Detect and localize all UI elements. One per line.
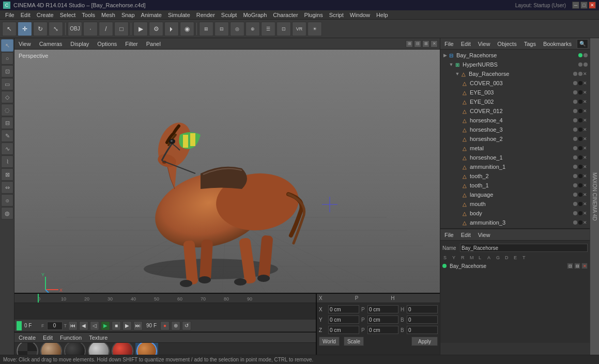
- menu-create[interactable]: Create: [34, 11, 57, 19]
- tree-item-horseshoe-2[interactable]: △ horseshoe_2 ✕: [440, 134, 590, 144]
- obj-menu-file[interactable]: File: [442, 40, 456, 48]
- vp-menu-options[interactable]: Options: [95, 40, 119, 48]
- tool-poly-select[interactable]: ◇: [1, 91, 13, 103]
- menu-animate[interactable]: Animate: [138, 11, 165, 19]
- autokey-button[interactable]: ⊕: [171, 321, 180, 330]
- coord-b2-input[interactable]: [407, 326, 438, 334]
- mat-menu-texture[interactable]: Texture: [87, 334, 110, 341]
- material-horseshoe[interactable]: horsesh: [64, 343, 86, 355]
- toolbar-b1[interactable]: ⊞: [199, 22, 213, 36]
- coord-py-input[interactable]: [367, 315, 398, 324]
- toolbar-b6[interactable]: ⊡: [277, 22, 291, 36]
- menu-mesh[interactable]: Mesh: [98, 11, 118, 19]
- coord-z-input[interactable]: [328, 326, 359, 334]
- tree-item-eye-003[interactable]: △ EYE_003 ✕: [440, 88, 590, 97]
- menu-script[interactable]: Script: [326, 11, 347, 19]
- minimize-button[interactable]: ─: [572, 2, 579, 9]
- toolbar-rotate[interactable]: ↻: [33, 22, 48, 36]
- toolbar-b4[interactable]: ⊕: [245, 22, 260, 36]
- tool-rotate[interactable]: ○: [1, 52, 13, 65]
- tree-item-horseshoe-4[interactable]: △ horseshoe_4 ✕: [440, 116, 590, 125]
- tool-knife[interactable]: ⌇: [1, 155, 13, 168]
- coord-h-input[interactable]: [407, 305, 438, 313]
- close-button[interactable]: ✕: [589, 2, 596, 9]
- tree-item-hypernurbs[interactable]: ▼ ⊞ HyperNURBS: [440, 60, 590, 69]
- obj-menu-objects[interactable]: Objects: [495, 40, 518, 48]
- material-eye[interactable]: EYE_1_0: [40, 343, 62, 355]
- tool-select[interactable]: ▭: [1, 78, 13, 90]
- vp-maximize[interactable]: ⊞: [406, 40, 413, 48]
- go-end-button[interactable]: ⏭: [133, 321, 143, 330]
- obj-menu-view[interactable]: View: [476, 40, 493, 48]
- toolbar-cursor[interactable]: ↖: [2, 22, 17, 36]
- tree-item-ammo-2[interactable]: △ ammunition_2 ✕: [440, 227, 590, 228]
- menu-sculpt[interactable]: Sculpt: [218, 11, 240, 19]
- tree-item-horseshoe-1[interactable]: △ horseshoe_1 ✕: [440, 153, 590, 162]
- toolbar-b7[interactable]: VR: [292, 22, 306, 36]
- toolbar-b3[interactable]: ◎: [230, 22, 244, 36]
- play-back-button[interactable]: ◁: [90, 321, 99, 330]
- tool-mirror[interactable]: ⇔: [1, 181, 13, 194]
- tree-item-language[interactable]: △ language ✕: [440, 190, 590, 199]
- frame-input[interactable]: [47, 322, 63, 330]
- loop-button[interactable]: ↺: [182, 321, 191, 330]
- toolbar-render[interactable]: ⚙: [149, 22, 163, 36]
- attr-toggle-1[interactable]: ⊡: [567, 263, 573, 269]
- tree-item-ammo-1[interactable]: △ ammunition_1 ✕: [440, 162, 590, 171]
- attr-menu-edit[interactable]: Edit: [459, 231, 473, 239]
- tree-expand-root[interactable]: ▶: [442, 53, 448, 58]
- material-cover[interactable]: COVER_: [17, 343, 38, 355]
- vp-split-h[interactable]: ⊟: [414, 40, 421, 48]
- attr-menu-file[interactable]: File: [442, 231, 456, 239]
- obj-menu-edit[interactable]: Edit: [459, 40, 473, 48]
- prev-frame-button[interactable]: ◀: [79, 321, 88, 330]
- viewport-canvas[interactable]: Perspective: [14, 50, 440, 293]
- menu-mograph[interactable]: MoGraph: [240, 11, 270, 19]
- menu-character[interactable]: Character: [270, 11, 301, 19]
- apply-button[interactable]: Apply: [411, 337, 438, 346]
- coord-pz-input[interactable]: [367, 326, 398, 334]
- next-frame-button[interactable]: ▶: [122, 321, 132, 330]
- tool-bridge[interactable]: ⊠: [1, 168, 13, 181]
- tool-loop[interactable]: ⊟: [1, 117, 13, 129]
- vp-menu-panel[interactable]: Panel: [144, 40, 163, 48]
- menu-window[interactable]: Window: [347, 11, 373, 19]
- menu-render[interactable]: Render: [193, 11, 218, 19]
- menu-tools[interactable]: Tools: [79, 11, 98, 19]
- tree-expand-hypernurbs[interactable]: ▼: [449, 62, 454, 67]
- vp-menu-filter[interactable]: Filter: [123, 40, 140, 48]
- vp-split-v[interactable]: ⊠: [422, 40, 429, 48]
- coord-b1-input[interactable]: [407, 315, 438, 324]
- toolbar-b8[interactable]: ☀: [308, 22, 322, 36]
- tree-expand-bay[interactable]: ▼: [455, 71, 460, 76]
- stop-button[interactable]: ■: [112, 321, 121, 330]
- scale-button[interactable]: Scale: [344, 337, 364, 346]
- maximize-button[interactable]: □: [580, 2, 588, 9]
- tree-item-bay-racehorse-root[interactable]: ▶ ⊟ Bay_Racehorse: [440, 51, 590, 60]
- tool-spline[interactable]: ∿: [1, 143, 13, 155]
- world-button[interactable]: World: [319, 337, 340, 346]
- tree-item-cover-003[interactable]: △ COVER_003 ✕: [440, 78, 590, 88]
- vp-menu-cameras[interactable]: Cameras: [37, 40, 65, 48]
- toolbar-point-mode[interactable]: ·: [83, 22, 98, 36]
- tree-item-bay-racehorse[interactable]: ▼ △ Bay_Racehorse ✕: [440, 69, 590, 78]
- toolbar-render-view[interactable]: ▶: [133, 22, 148, 36]
- record-button[interactable]: ●: [160, 321, 170, 330]
- attr-name-input[interactable]: [460, 244, 588, 252]
- tree-item-cover-012[interactable]: △ COVER_012 ✕: [440, 106, 590, 116]
- obj-menu-tags[interactable]: Tags: [522, 40, 538, 48]
- coord-y-input[interactable]: [328, 315, 359, 324]
- obj-search[interactable]: 🔍: [577, 39, 588, 49]
- tree-item-eye-002[interactable]: △ EYE_002 ✕: [440, 97, 590, 106]
- tool-scale[interactable]: ⊡: [1, 65, 13, 77]
- attr-toggle-x[interactable]: ✕: [581, 263, 588, 269]
- mat-menu-edit[interactable]: Edit: [41, 334, 55, 341]
- tree-item-tooth-2[interactable]: △ tooth_2 ✕: [440, 171, 590, 181]
- menu-help[interactable]: Help: [373, 11, 391, 19]
- tree-item-mouth[interactable]: △ mouth ✕: [440, 199, 590, 209]
- go-start-button[interactable]: ⏮: [68, 321, 78, 330]
- toolbar-scale[interactable]: ⤡: [49, 22, 63, 36]
- tree-item-ammo-3[interactable]: △ ammunition_3 ✕: [440, 218, 590, 227]
- menu-snap[interactable]: Snap: [118, 11, 138, 19]
- attr-toggle-2[interactable]: ⊟: [574, 263, 580, 269]
